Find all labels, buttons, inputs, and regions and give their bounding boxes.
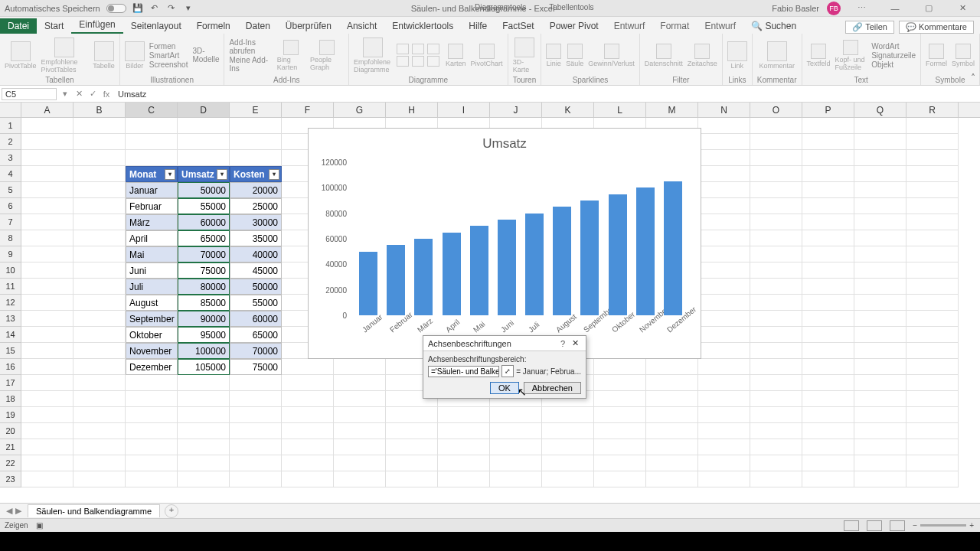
- column-header[interactable]: G: [334, 103, 386, 117]
- sparkline-line-button[interactable]: Linie: [546, 44, 561, 67]
- cell[interactable]: [646, 471, 698, 487]
- cell[interactable]: [750, 118, 802, 134]
- sheet-tab[interactable]: Säulen- und Balkendiagramme: [28, 504, 160, 517]
- cell[interactable]: [334, 423, 386, 439]
- chart-bar[interactable]: [414, 239, 433, 315]
- cell[interactable]: Monat▾: [126, 166, 178, 182]
- cell[interactable]: August: [126, 295, 178, 311]
- cell[interactable]: [21, 134, 74, 150]
- confirm-formula-icon[interactable]: ✓: [86, 89, 100, 99]
- chart-bar[interactable]: [525, 214, 544, 315]
- cell[interactable]: [750, 295, 802, 311]
- cell[interactable]: [230, 150, 282, 166]
- cell[interactable]: 25000: [230, 198, 282, 214]
- cell[interactable]: [854, 375, 906, 391]
- cell[interactable]: [854, 150, 906, 166]
- cell[interactable]: [282, 407, 334, 423]
- cell[interactable]: [438, 439, 490, 455]
- chart-type-icon[interactable]: [397, 44, 409, 54]
- tab-powerpivot[interactable]: Power Pivot: [542, 18, 606, 34]
- cell[interactable]: [698, 230, 750, 246]
- cell[interactable]: [750, 311, 802, 327]
- cell[interactable]: [282, 471, 334, 487]
- save-icon[interactable]: 💾: [132, 3, 143, 14]
- cell[interactable]: [21, 262, 74, 279]
- comment-button[interactable]: Kommentar: [759, 41, 795, 70]
- cell[interactable]: Dezember: [126, 359, 178, 375]
- chart-type-icon[interactable]: [427, 44, 439, 54]
- cell[interactable]: [750, 455, 802, 471]
- chart-bar[interactable]: [498, 220, 516, 315]
- cell[interactable]: März: [126, 214, 178, 230]
- cell[interactable]: [21, 375, 74, 391]
- cell[interactable]: [74, 279, 126, 295]
- column-header[interactable]: A: [21, 103, 74, 117]
- cell[interactable]: [594, 455, 646, 471]
- cell[interactable]: [542, 407, 594, 423]
- column-header[interactable]: P: [802, 103, 854, 117]
- sheet-nav-next-icon[interactable]: ▶: [15, 506, 21, 516]
- cell[interactable]: [854, 407, 906, 423]
- view-page-break-icon[interactable]: [890, 520, 905, 531]
- cell[interactable]: [178, 407, 230, 423]
- cell[interactable]: [178, 391, 230, 407]
- cell[interactable]: [750, 375, 802, 391]
- cell[interactable]: [386, 455, 438, 471]
- cell[interactable]: [490, 471, 542, 487]
- collapse-ribbon-icon[interactable]: ˄: [971, 73, 975, 83]
- cell[interactable]: [21, 343, 74, 359]
- cell[interactable]: [802, 407, 854, 423]
- maps-button[interactable]: Karten: [446, 44, 466, 67]
- cell[interactable]: [698, 439, 750, 455]
- chart-bar[interactable]: [387, 245, 405, 315]
- chart-bar[interactable]: [664, 181, 682, 315]
- cell[interactable]: [802, 327, 854, 343]
- cell[interactable]: [854, 198, 906, 214]
- row-header[interactable]: 1: [0, 118, 21, 134]
- chart-type-icon[interactable]: [412, 56, 424, 67]
- cell[interactable]: [74, 230, 126, 246]
- dialog-close-icon[interactable]: ✕: [569, 338, 581, 348]
- cell[interactable]: [230, 455, 282, 471]
- cell[interactable]: [906, 166, 959, 182]
- add-sheet-button[interactable]: +: [165, 504, 178, 518]
- cell[interactable]: [74, 455, 126, 471]
- view-page-layout-icon[interactable]: [867, 520, 882, 531]
- cell[interactable]: [126, 134, 178, 150]
- cell[interactable]: 90000: [178, 311, 230, 327]
- chart-plot-area[interactable]: 020000400006000080000100000120000JanuarF…: [350, 162, 690, 315]
- cell[interactable]: [21, 359, 74, 375]
- cell[interactable]: [750, 214, 802, 230]
- cell[interactable]: [802, 295, 854, 311]
- cell[interactable]: [230, 391, 282, 407]
- cell[interactable]: [698, 375, 750, 391]
- row-header[interactable]: 7: [0, 214, 21, 230]
- tab-developer[interactable]: Entwicklertools: [384, 18, 461, 34]
- cell[interactable]: [594, 407, 646, 423]
- cell[interactable]: [74, 118, 126, 134]
- cell[interactable]: [74, 295, 126, 311]
- cell[interactable]: [230, 423, 282, 439]
- chart-bar[interactable]: [580, 201, 599, 315]
- tab-insert[interactable]: Einfügen: [71, 17, 122, 34]
- cell[interactable]: [854, 471, 906, 487]
- autosave-toggle[interactable]: [106, 4, 126, 13]
- get-addins-button[interactable]: Add-Ins abrufen: [229, 38, 272, 55]
- cell[interactable]: [74, 311, 126, 327]
- comments-button[interactable]: 💬 Kommentare: [899, 21, 974, 34]
- cell[interactable]: [74, 182, 126, 198]
- cell[interactable]: [646, 439, 698, 455]
- namebox-dropdown-icon[interactable]: ▾: [58, 89, 72, 99]
- cell[interactable]: [854, 246, 906, 262]
- column-header[interactable]: J: [490, 103, 542, 117]
- cell[interactable]: [750, 439, 802, 455]
- cell[interactable]: [906, 295, 959, 311]
- cell[interactable]: 55000: [178, 198, 230, 214]
- row-header[interactable]: 22: [0, 455, 21, 471]
- cell[interactable]: [698, 134, 750, 150]
- cell[interactable]: [750, 198, 802, 214]
- cell[interactable]: 40000: [230, 246, 282, 262]
- cell[interactable]: [906, 343, 959, 359]
- cell[interactable]: [854, 455, 906, 471]
- cell[interactable]: [126, 375, 178, 391]
